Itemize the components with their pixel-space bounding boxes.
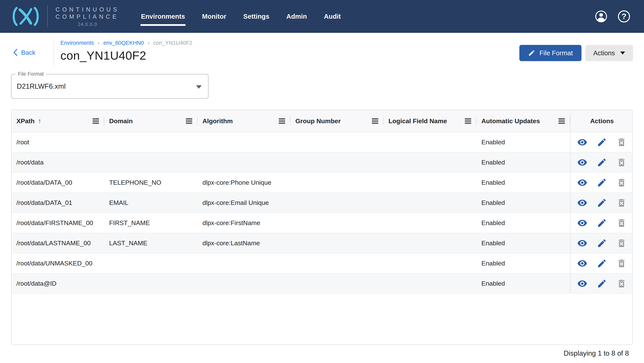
view-icon[interactable] bbox=[577, 137, 588, 148]
delete-icon[interactable] bbox=[616, 218, 627, 228]
brand-title-line1: CONTINUOUS bbox=[56, 6, 119, 13]
delete-icon[interactable] bbox=[616, 198, 627, 208]
cell-domain bbox=[104, 274, 198, 293]
cell-actions bbox=[570, 152, 633, 172]
cell-value: Enabled bbox=[482, 179, 505, 186]
cell-xpath: /root/data/DATA_01 bbox=[12, 193, 104, 213]
cell-automatic-updates: Enabled bbox=[476, 193, 570, 213]
cell-value: dlpx-core:LastName bbox=[202, 239, 260, 247]
cell-algorithm bbox=[198, 152, 290, 172]
brand-title-line2: COMPLIANCE bbox=[56, 13, 119, 20]
file-format-button[interactable]: File Format bbox=[519, 45, 582, 61]
edit-icon[interactable] bbox=[596, 218, 607, 228]
cell-xpath: /root bbox=[12, 132, 104, 152]
actions-button-label: Actions bbox=[593, 49, 615, 57]
column-header-xpath[interactable]: XPath ↑ bbox=[12, 110, 104, 132]
edit-icon[interactable] bbox=[596, 177, 607, 188]
cell-value: /root/data bbox=[16, 159, 44, 166]
logo-divider bbox=[47, 5, 48, 27]
cell-logical-field-name bbox=[384, 274, 476, 293]
cell-logical-field-name bbox=[384, 132, 476, 152]
column-menu-icon[interactable] bbox=[371, 118, 379, 124]
column-header-actions: Actions bbox=[570, 110, 633, 132]
inventory-table: XPath ↑ Domain Algorithm Group Number Lo… bbox=[11, 110, 633, 345]
nav-item-settings[interactable]: Settings bbox=[243, 11, 270, 21]
column-menu-icon[interactable] bbox=[92, 118, 100, 124]
view-icon[interactable] bbox=[577, 198, 588, 208]
delete-icon[interactable] bbox=[616, 238, 627, 249]
table-row: /root/data/UNMASKED_00 Enabled bbox=[12, 253, 632, 274]
edit-icon[interactable] bbox=[596, 278, 607, 289]
breadcrumb-environment[interactable]: env_60QEKHN0 bbox=[103, 40, 144, 46]
pencil-icon bbox=[528, 49, 535, 57]
view-icon[interactable] bbox=[577, 278, 588, 289]
column-label: Group Number bbox=[295, 117, 341, 125]
column-header-algorithm[interactable]: Algorithm bbox=[198, 110, 290, 132]
chevron-down-icon bbox=[620, 51, 625, 54]
select-dropdown-icon bbox=[196, 85, 202, 89]
nav-item-monitor[interactable]: Monitor bbox=[202, 11, 227, 21]
column-menu-icon[interactable] bbox=[185, 118, 193, 124]
file-format-button-label: File Format bbox=[539, 49, 573, 57]
view-icon[interactable] bbox=[577, 177, 588, 188]
sort-ascending-icon[interactable]: ↑ bbox=[38, 117, 41, 125]
cell-group-number bbox=[290, 173, 384, 192]
top-navigation-bar: CONTINUOUS COMPLIANCE 24.0.0.0 Environme… bbox=[0, 0, 644, 33]
nav-item-audit[interactable]: Audit bbox=[324, 11, 341, 21]
view-icon[interactable] bbox=[577, 258, 588, 269]
nav-item-admin[interactable]: Admin bbox=[286, 11, 307, 21]
cell-value: /root/data/DATA_00 bbox=[16, 179, 72, 186]
chevron-left-icon bbox=[12, 48, 18, 57]
cell-xpath: /root/data bbox=[12, 152, 104, 172]
cell-actions bbox=[570, 233, 633, 253]
cell-xpath: /root/data@ID bbox=[12, 274, 104, 293]
cell-actions bbox=[570, 193, 633, 213]
breadcrumb-environments[interactable]: Environments bbox=[60, 40, 94, 46]
cell-value: EMAIL bbox=[109, 199, 128, 206]
user-avatar-icon[interactable] bbox=[595, 10, 607, 23]
actions-button[interactable]: Actions bbox=[585, 45, 633, 61]
edit-icon[interactable] bbox=[596, 198, 607, 208]
cell-algorithm bbox=[198, 132, 290, 152]
edit-icon[interactable] bbox=[596, 137, 607, 148]
cell-value: /root/data@ID bbox=[16, 280, 56, 287]
edit-icon[interactable] bbox=[596, 238, 607, 249]
view-icon[interactable] bbox=[577, 218, 588, 228]
column-header-logical-field-name[interactable]: Logical Field Name bbox=[384, 110, 476, 132]
column-menu-icon[interactable] bbox=[464, 118, 472, 124]
column-menu-icon[interactable] bbox=[278, 118, 286, 124]
cell-value: Enabled bbox=[482, 260, 505, 267]
cell-actions bbox=[570, 132, 633, 152]
view-icon[interactable] bbox=[577, 238, 588, 249]
column-header-automatic-updates[interactable]: Automatic Updates bbox=[476, 110, 570, 132]
back-button[interactable]: Back bbox=[12, 48, 36, 57]
header-divider bbox=[54, 41, 54, 66]
edit-icon[interactable] bbox=[596, 157, 607, 168]
column-label: Actions bbox=[590, 117, 614, 125]
view-icon[interactable] bbox=[577, 157, 588, 168]
table-row: /root/data/LASTNAME_00 LAST_NAME dlpx-co… bbox=[12, 233, 632, 253]
cell-group-number bbox=[290, 253, 384, 273]
file-format-select[interactable]: File Format D21RLWF6.xml bbox=[11, 74, 208, 99]
delete-icon[interactable] bbox=[616, 137, 627, 148]
column-menu-icon[interactable] bbox=[558, 118, 566, 124]
cell-logical-field-name bbox=[384, 173, 476, 192]
cell-value: /root/data/DATA_01 bbox=[16, 199, 72, 206]
nav-item-environments[interactable]: Environments bbox=[140, 11, 185, 21]
column-header-group-number[interactable]: Group Number bbox=[290, 110, 384, 132]
cell-domain bbox=[104, 152, 198, 172]
cell-group-number bbox=[290, 193, 384, 213]
cell-algorithm bbox=[198, 274, 290, 293]
cell-domain: EMAIL bbox=[104, 193, 198, 213]
cell-value: /root/data/LASTNAME_00 bbox=[16, 239, 91, 247]
delete-icon[interactable] bbox=[616, 177, 627, 188]
edit-icon[interactable] bbox=[596, 258, 607, 269]
column-header-domain[interactable]: Domain bbox=[104, 110, 198, 132]
cell-actions bbox=[570, 173, 633, 192]
delete-icon[interactable] bbox=[616, 258, 627, 269]
delete-icon[interactable] bbox=[616, 157, 627, 168]
help-icon[interactable]: ? bbox=[618, 10, 630, 23]
delete-icon[interactable] bbox=[616, 278, 627, 289]
cell-automatic-updates: Enabled bbox=[476, 152, 570, 172]
table-body: /root Enabled bbox=[12, 132, 632, 294]
